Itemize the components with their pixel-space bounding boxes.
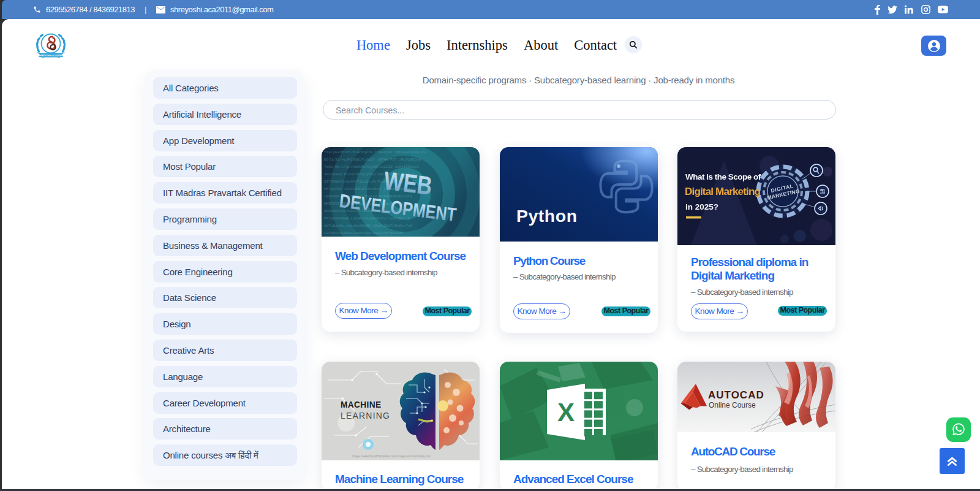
svg-text:MACHINE: MACHINE xyxy=(341,400,381,409)
svg-text:L8ZHKvT0E9Hqk2JmW0vQ8LxWpB3mMT: L8ZHKvT0E9Hqk2JmW0vQ8LxWpB3mMTqeP5dK xyxy=(324,231,404,235)
svg-text:Online Course: Online Course xyxy=(709,401,756,409)
svg-text:X: X xyxy=(557,398,575,427)
svg-text:WEB: WEB xyxy=(382,166,434,200)
svg-text:What is the Scope of: What is the Scope of xyxy=(685,172,761,181)
svg-text:AUTOCAD: AUTOCAD xyxy=(708,389,764,401)
svg-text:Image created by (WittySparks.: Image created by (WittySparks.com) Image… xyxy=(352,455,431,458)
svg-text:in 2025?: in 2025? xyxy=(685,202,718,211)
svg-text:f7aCyExOMIdt/Ml4cPqnY0 rT6w9jR: f7aCyExOMIdt/Ml4cPqnY0 rT6w9jR3 xNb2EuZ0… xyxy=(324,150,426,154)
svg-text:Python: Python xyxy=(516,206,578,226)
svg-text:E6YUz31/eqJPL8SEdTc8a1Y jOFHW/: E6YUz31/eqJPL8SEdTc8a1Y jOFHW/P3T zRcV18… xyxy=(324,158,421,162)
svg-text:LEARNING: LEARNING xyxy=(341,411,390,421)
svg-text:h8TuOqn0i,t8LaKz0Oq9R JZaXLQ8d: h8TuOqn0i,t8LaKz0Oq9R JZaXLQ8dTeNnO1r7jW xyxy=(324,224,412,228)
svg-text:Digital Marketing: Digital Marketing xyxy=(685,185,761,197)
